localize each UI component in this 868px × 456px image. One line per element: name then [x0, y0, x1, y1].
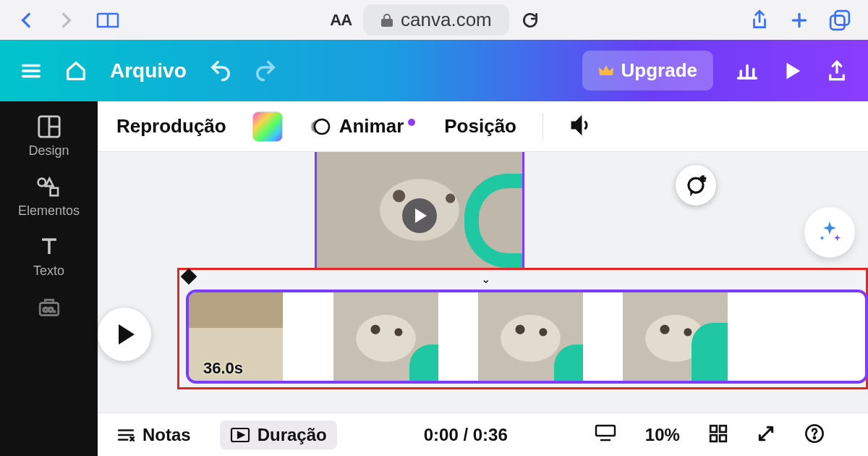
left-sidebar: Design Elementos Texto CO.	[0, 101, 98, 456]
video-preview-frame[interactable]	[315, 152, 524, 268]
time-display: 0:00 / 0:36	[424, 425, 508, 445]
duration-icon	[230, 427, 250, 443]
canva-main-toolbar: Arquivo Upgrade	[0, 40, 868, 101]
svg-point-12	[38, 178, 46, 185]
upgrade-button[interactable]: Upgrade	[582, 51, 713, 90]
clip-duration-label: 36.0s	[203, 359, 243, 378]
context-toolbar: Reprodução Animar Posição	[98, 101, 868, 152]
text-icon	[37, 235, 61, 259]
svg-rect-25	[710, 426, 717, 432]
svg-rect-28	[720, 435, 726, 442]
svg-text:+: +	[700, 174, 705, 184]
notes-button[interactable]: Notas	[116, 425, 191, 445]
export-icon[interactable]	[826, 60, 848, 82]
sidebar-item-text[interactable]: Texto	[33, 235, 64, 279]
color-picker-button[interactable]	[252, 111, 283, 142]
animate-label: Animar	[339, 115, 404, 138]
bottom-status-bar: Notas Duração 0:00 / 0:36 10%	[98, 413, 868, 456]
sidebar-label: Elementos	[18, 203, 80, 219]
tabs-icon[interactable]	[829, 9, 851, 31]
forward-icon	[56, 11, 75, 30]
grid-icon	[709, 424, 728, 443]
canvas-area[interactable]: + ⌄ 36.0s	[98, 152, 868, 456]
url-text: canva.com	[401, 9, 492, 31]
analytics-icon[interactable]	[736, 60, 758, 82]
shapes-icon	[36, 174, 61, 199]
editor-main: Reprodução Animar Posição +	[98, 101, 868, 456]
svg-rect-27	[710, 435, 717, 442]
timeline-play-button[interactable]	[98, 308, 151, 361]
timeline-marker-icon[interactable]	[181, 269, 197, 285]
sidebar-item-brand[interactable]: CO.	[37, 295, 61, 319]
animate-button[interactable]: Animar	[309, 115, 419, 138]
notes-label: Notas	[142, 425, 191, 445]
layout-icon	[37, 114, 61, 139]
timeline-thumbnail[interactable]	[283, 292, 333, 381]
bookmarks-icon[interactable]	[95, 9, 120, 31]
crown-icon	[598, 64, 614, 78]
timeline-thumbnail[interactable]	[478, 292, 583, 381]
home-icon[interactable]	[65, 60, 87, 82]
preview-play-icon[interactable]	[781, 60, 803, 82]
pages-icon	[595, 424, 616, 443]
back-icon[interactable]	[17, 11, 36, 30]
playback-button[interactable]: Reprodução	[116, 115, 226, 138]
upgrade-label: Upgrade	[621, 59, 697, 82]
brand-icon: CO.	[37, 295, 61, 319]
url-field[interactable]: canva.com	[363, 4, 509, 35]
timeline-thumbnail[interactable]	[438, 292, 478, 381]
magic-button[interactable]	[807, 210, 852, 255]
position-button[interactable]: Posição	[444, 115, 516, 138]
duration-label: Duração	[258, 425, 327, 445]
sidebar-item-elements[interactable]: Elementos	[18, 174, 80, 219]
expand-icon	[757, 424, 775, 443]
timeline-thumbnail[interactable]	[728, 292, 865, 381]
svg-rect-0	[835, 11, 849, 25]
timeline[interactable]: ⌄ 36.0s	[177, 268, 868, 398]
comment-icon: +	[685, 174, 707, 196]
reload-icon[interactable]	[521, 11, 540, 30]
play-overlay-icon[interactable]	[402, 198, 437, 233]
duration-button[interactable]: Duração	[220, 421, 337, 449]
svg-rect-26	[720, 426, 726, 432]
browser-address-bar: AA canva.com	[0, 0, 868, 40]
svg-point-30	[814, 436, 815, 438]
notification-dot	[408, 119, 415, 126]
timeline-thumbnail[interactable]	[333, 292, 438, 381]
divider	[542, 113, 543, 140]
text-size-icon[interactable]: AA	[330, 11, 352, 30]
menu-icon[interactable]	[20, 60, 42, 82]
chevron-down-icon[interactable]: ⌄	[481, 272, 490, 286]
timeline-thumbnail[interactable]	[583, 292, 623, 381]
fullscreen-button[interactable]	[757, 424, 775, 446]
volume-button[interactable]	[569, 114, 592, 140]
svg-point-16	[315, 119, 329, 134]
comment-button[interactable]: +	[676, 165, 716, 206]
sidebar-label: Texto	[33, 263, 64, 279]
redo-icon[interactable]	[255, 60, 276, 82]
lock-icon	[380, 13, 393, 28]
help-icon	[804, 423, 825, 444]
sidebar-label: Design	[28, 143, 69, 159]
zoom-level[interactable]: 10%	[645, 425, 680, 445]
svg-rect-1	[830, 15, 844, 29]
undo-icon[interactable]	[210, 60, 231, 82]
svg-text:CO.: CO.	[43, 305, 56, 313]
new-tab-icon[interactable]	[790, 11, 809, 30]
grid-view-button[interactable]	[709, 424, 728, 446]
svg-rect-23	[596, 426, 615, 436]
pages-view-button[interactable]	[595, 424, 616, 446]
svg-rect-13	[51, 187, 58, 195]
video-clip-track[interactable]: 36.0s	[186, 290, 868, 384]
notes-icon	[116, 426, 135, 444]
sparkle-icon	[817, 219, 843, 245]
timeline-thumbnail[interactable]	[623, 292, 728, 381]
animate-icon	[309, 115, 332, 138]
sidebar-item-design[interactable]: Design	[28, 114, 69, 159]
share-icon[interactable]	[749, 9, 770, 31]
speaker-icon	[569, 114, 592, 137]
help-button[interactable]	[804, 423, 825, 447]
file-menu[interactable]: Arquivo	[110, 59, 187, 83]
